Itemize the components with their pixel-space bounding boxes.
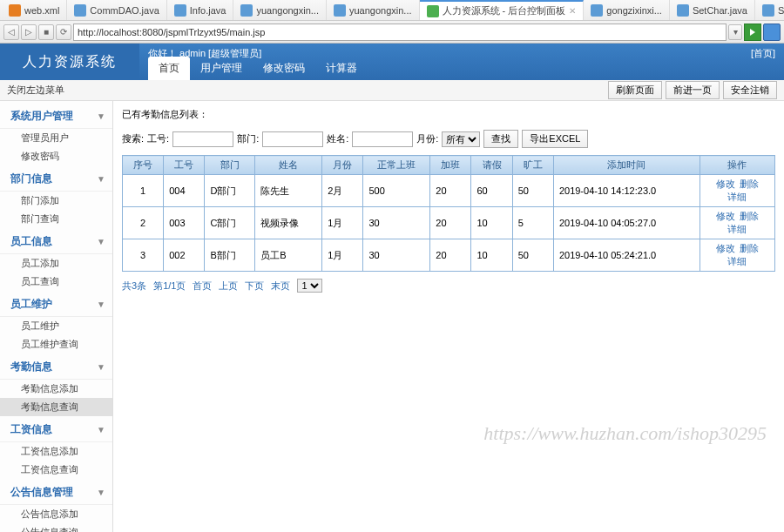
menu-item[interactable]: 考勤信息查询 bbox=[0, 398, 112, 416]
pager-total: 共3条 bbox=[122, 279, 146, 293]
search-select-yuefen[interactable]: 所有 bbox=[442, 131, 480, 147]
op-link[interactable]: 删除 bbox=[740, 243, 759, 253]
java-icon bbox=[591, 4, 603, 17]
menu-group-head[interactable]: 公告信息管理▼ bbox=[0, 481, 112, 505]
search-button[interactable]: 查找 bbox=[483, 130, 518, 148]
table-cell: 500 bbox=[363, 175, 430, 207]
menu-item[interactable]: 员工维护查询 bbox=[0, 335, 112, 354]
op-link[interactable]: 修改 bbox=[716, 243, 735, 253]
menu-item[interactable]: 员工添加 bbox=[0, 254, 112, 273]
pager-select[interactable]: 1 bbox=[297, 279, 322, 293]
ide-tab-label: gongzixinxi... bbox=[606, 5, 662, 16]
menu-item[interactable]: 部门查询 bbox=[0, 210, 112, 228]
menu-item[interactable]: 工资信息查询 bbox=[0, 461, 112, 479]
sidebar: 系统用户管理▼管理员用户修改密码部门信息▼部门添加部门查询员工信息▼员工添加员工… bbox=[0, 101, 113, 532]
menu-item[interactable]: 管理员用户 bbox=[0, 129, 112, 147]
ide-tab-label: yuangongxin... bbox=[256, 5, 319, 16]
menu-item[interactable]: 工资信息添加 bbox=[0, 442, 112, 461]
menu-item[interactable]: 员工维护 bbox=[0, 317, 112, 335]
nav-tabs: 首页用户管理修改密码计算器 bbox=[148, 57, 368, 80]
ide-tab[interactable]: yuangongxin... bbox=[233, 0, 327, 20]
table-header: 请假 bbox=[471, 156, 512, 175]
nav-tab[interactable]: 修改密码 bbox=[253, 57, 315, 80]
menu-item[interactable]: 员工查询 bbox=[0, 273, 112, 291]
main-area: 系统用户管理▼管理员用户修改密码部门信息▼部门添加部门查询员工信息▼员工添加员工… bbox=[0, 101, 784, 532]
ide-tab[interactable]: Info.java bbox=[167, 0, 234, 20]
ide-tab-bar: web.xmlCommDAO.javaInfo.javayuangongxin.… bbox=[0, 0, 784, 21]
export-excel-button[interactable]: 导出EXCEL bbox=[522, 130, 588, 148]
forward-button[interactable]: ▷ bbox=[21, 24, 37, 40]
nav-tab[interactable]: 计算器 bbox=[315, 57, 368, 80]
table-cell: 2月 bbox=[322, 175, 363, 207]
menu-item[interactable]: 考勤信息添加 bbox=[0, 380, 112, 398]
toggle-sidebar-link[interactable]: 关闭左边菜单 bbox=[7, 84, 64, 97]
menu-group-head[interactable]: 员工信息▼ bbox=[0, 230, 112, 254]
search-input-gonghao[interactable] bbox=[172, 131, 233, 147]
menu-group-head[interactable]: 部门信息▼ bbox=[0, 167, 112, 192]
search-prefix: 搜索: bbox=[122, 132, 144, 145]
table-cell: 004 bbox=[164, 175, 205, 207]
table-cell: 5 bbox=[512, 207, 553, 239]
nav-tab[interactable]: 首页 bbox=[148, 57, 190, 80]
op-link[interactable]: 修改 bbox=[716, 178, 735, 189]
menu-group-head[interactable]: 考勤信息▼ bbox=[0, 355, 112, 380]
toolbar-button[interactable]: 刷新页面 bbox=[608, 81, 662, 99]
pager-next[interactable]: 下页 bbox=[245, 279, 264, 293]
search-input-xingming[interactable] bbox=[352, 131, 413, 147]
search-input-bumen[interactable] bbox=[262, 131, 323, 147]
refresh-button[interactable]: ⟳ bbox=[56, 24, 71, 40]
menu-item[interactable]: 公告信息查询 bbox=[0, 523, 112, 532]
ide-tab-label: Info.java bbox=[190, 5, 226, 16]
menu-group-head[interactable]: 工资信息▼ bbox=[0, 418, 112, 442]
home-link[interactable]: [首页] bbox=[751, 47, 775, 60]
table-cell: B部门 bbox=[205, 239, 255, 272]
toolbar-button[interactable]: 安全注销 bbox=[723, 81, 777, 99]
ide-tab[interactable]: yuangongxin... bbox=[327, 0, 420, 20]
cell-index: 1 bbox=[123, 175, 164, 207]
chevron-down-icon: ▼ bbox=[97, 111, 105, 121]
ide-tab[interactable]: SetChar.java bbox=[670, 0, 755, 20]
table-header: 添加时间 bbox=[553, 156, 700, 175]
ide-tab[interactable]: StrUtil.java bbox=[755, 0, 784, 20]
op-link[interactable]: 详细 bbox=[727, 192, 747, 202]
web-icon bbox=[427, 5, 439, 17]
ide-tab-label: 人力资源系统 - 后台控制面板 bbox=[443, 4, 566, 17]
ide-tab[interactable]: CommDAO.java bbox=[67, 0, 166, 20]
ide-tab[interactable]: 人力资源系统 - 后台控制面板✕ bbox=[420, 0, 585, 20]
url-dropdown[interactable]: ▾ bbox=[728, 24, 742, 40]
java-icon bbox=[74, 4, 86, 17]
table-cell: 20 bbox=[430, 239, 471, 272]
url-input[interactable] bbox=[73, 24, 727, 41]
back-button[interactable]: ◁ bbox=[3, 24, 19, 40]
ide-tab[interactable]: gongzixinxi... bbox=[584, 0, 670, 20]
pager-prev[interactable]: 上页 bbox=[219, 279, 238, 293]
menu-item[interactable]: 公告信息添加 bbox=[0, 505, 112, 523]
close-icon[interactable]: ✕ bbox=[569, 6, 576, 16]
stop-button[interactable]: ■ bbox=[38, 24, 54, 40]
chevron-down-icon: ▼ bbox=[97, 300, 105, 309]
cell-index: 3 bbox=[123, 239, 164, 272]
globe-icon[interactable] bbox=[763, 24, 781, 41]
menu-item[interactable]: 部门添加 bbox=[0, 192, 112, 210]
op-link[interactable]: 修改 bbox=[716, 211, 735, 221]
op-link[interactable]: 详细 bbox=[727, 224, 747, 234]
menu-group-head[interactable]: 系统用户管理▼ bbox=[0, 104, 112, 129]
go-button[interactable] bbox=[744, 24, 761, 41]
op-link[interactable]: 删除 bbox=[740, 211, 759, 221]
op-link[interactable]: 详细 bbox=[727, 256, 747, 266]
table-cell: 10 bbox=[471, 239, 512, 272]
table-cell: C部门 bbox=[205, 207, 255, 239]
menu-group-head[interactable]: 员工维护▼ bbox=[0, 293, 112, 317]
table-cell: 50 bbox=[512, 239, 553, 272]
pager-last[interactable]: 末页 bbox=[271, 279, 290, 293]
nav-tab[interactable]: 用户管理 bbox=[190, 57, 253, 80]
search-row: 搜索: 工号: 部门: 姓名: 月份: 所有 查找 导出EXCEL bbox=[122, 130, 775, 148]
menu-head-label: 考勤信息 bbox=[10, 360, 52, 374]
op-link[interactable]: 删除 bbox=[740, 178, 759, 189]
pager-first[interactable]: 首页 bbox=[193, 279, 212, 293]
toolbar-button[interactable]: 前进一页 bbox=[666, 81, 720, 99]
ide-tab[interactable]: web.xml bbox=[2, 0, 67, 20]
table-cell: 2019-04-10 04:05:27.0 bbox=[553, 207, 700, 239]
menu-item[interactable]: 修改密码 bbox=[0, 147, 112, 165]
table-header: 旷工 bbox=[512, 156, 553, 175]
